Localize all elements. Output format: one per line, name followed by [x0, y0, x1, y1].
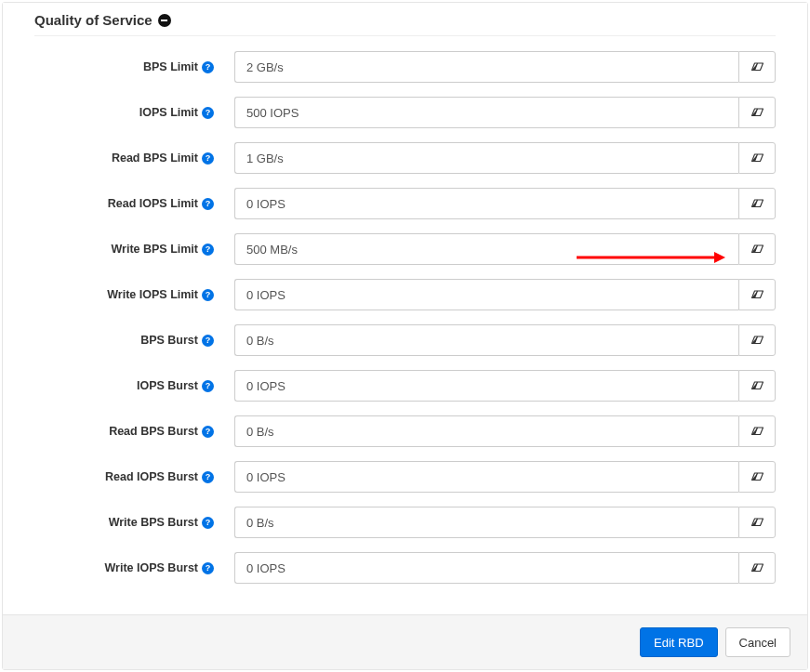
eraser-icon: [750, 427, 764, 437]
clear-button[interactable]: [738, 324, 776, 356]
clear-button[interactable]: [738, 51, 776, 83]
clear-button[interactable]: [738, 370, 776, 402]
field-row-write_bps_burst: Write BPS Burst: [34, 507, 776, 538]
eraser-icon: [750, 472, 764, 482]
field-row-read_iops_burst: Read IOPS Burst: [34, 461, 776, 493]
field-label: Write IOPS Limit: [34, 288, 234, 301]
write_iops_burst-input[interactable]: [234, 552, 738, 584]
edit-rbd-button[interactable]: Edit RBD: [640, 627, 717, 657]
field-label: Write IOPS Burst: [34, 561, 234, 574]
clear-button[interactable]: [738, 415, 776, 447]
bps_burst-input[interactable]: [234, 324, 738, 356]
read_iops_burst-input[interactable]: [234, 461, 738, 493]
read_bps_limit-input[interactable]: [234, 142, 738, 174]
help-icon[interactable]: [202, 61, 214, 73]
input-group: [234, 188, 776, 219]
input-group: [234, 142, 776, 174]
field-row-read_iops_limit: Read IOPS Limit: [34, 188, 776, 219]
clear-button[interactable]: [738, 507, 776, 538]
field-label-text: Read BPS Limit: [112, 152, 198, 165]
eraser-icon: [750, 381, 764, 391]
field-row-iops_limit: IOPS Limit: [34, 97, 776, 128]
iops_burst-input[interactable]: [234, 370, 738, 402]
field-label: BPS Limit: [34, 60, 234, 73]
eraser-icon: [750, 108, 764, 118]
iops_limit-input[interactable]: [234, 97, 738, 128]
input-group: [234, 97, 776, 128]
field-label-text: BPS Burst: [140, 334, 198, 347]
field-label-text: Write IOPS Limit: [107, 288, 198, 301]
clear-button[interactable]: [738, 142, 776, 174]
field-label-text: IOPS Burst: [137, 379, 198, 392]
eraser-icon: [750, 336, 764, 346]
field-row-read_bps_limit: Read BPS Limit: [34, 142, 776, 174]
help-icon[interactable]: [202, 152, 214, 165]
eraser-icon: [750, 244, 764, 255]
field-label: IOPS Burst: [34, 379, 234, 392]
bps_limit-input[interactable]: [234, 51, 738, 83]
input-group: [234, 552, 776, 584]
eraser-icon: [750, 518, 764, 528]
field-label-text: BPS Limit: [143, 60, 198, 73]
write_iops_limit-input[interactable]: [234, 279, 738, 310]
field-label: BPS Burst: [34, 334, 234, 347]
field-label-text: Read IOPS Burst: [105, 470, 198, 483]
clear-button[interactable]: [738, 279, 776, 310]
field-label-text: Read BPS Burst: [109, 425, 198, 438]
field-row-write_iops_burst: Write IOPS Burst: [34, 552, 776, 584]
help-icon[interactable]: [202, 562, 214, 574]
eraser-icon: [750, 153, 764, 164]
field-label: Read BPS Burst: [34, 425, 234, 438]
help-icon[interactable]: [202, 244, 214, 256]
field-label-text: IOPS Limit: [139, 106, 198, 119]
eraser-icon: [750, 62, 764, 72]
write_bps_limit-input[interactable]: [234, 233, 738, 265]
eraser-icon: [750, 563, 764, 573]
section-header[interactable]: Quality of Service: [34, 3, 776, 36]
eraser-icon: [750, 199, 764, 209]
help-icon[interactable]: [202, 289, 214, 301]
input-group: [234, 324, 776, 356]
clear-button[interactable]: [738, 97, 776, 128]
field-label-text: Write IOPS Burst: [105, 561, 198, 574]
input-group: [234, 461, 776, 493]
panel-body: Quality of Service BPS LimitIOPS LimitRe…: [3, 3, 807, 614]
input-group: [234, 370, 776, 402]
field-row-iops_burst: IOPS Burst: [34, 370, 776, 402]
qos-panel: Quality of Service BPS LimitIOPS LimitRe…: [2, 2, 808, 670]
field-label: Read IOPS Limit: [34, 197, 234, 210]
field-label: IOPS Limit: [34, 106, 234, 119]
collapse-minus-icon[interactable]: [158, 14, 171, 27]
help-icon[interactable]: [202, 426, 214, 438]
clear-button[interactable]: [738, 188, 776, 219]
cancel-button[interactable]: Cancel: [725, 627, 790, 657]
panel-footer: Edit RBD Cancel: [3, 614, 807, 669]
input-group: [234, 233, 776, 265]
write_bps_burst-input[interactable]: [234, 507, 738, 538]
field-label: Read BPS Limit: [34, 152, 234, 165]
read_bps_burst-input[interactable]: [234, 415, 738, 447]
clear-button[interactable]: [738, 233, 776, 265]
clear-button[interactable]: [738, 552, 776, 584]
help-icon[interactable]: [202, 380, 214, 392]
field-row-bps_limit: BPS Limit: [34, 51, 776, 83]
help-icon[interactable]: [202, 107, 214, 119]
help-icon[interactable]: [202, 471, 214, 483]
eraser-icon: [750, 290, 764, 300]
field-row-write_bps_limit: Write BPS Limit: [34, 233, 776, 265]
fields-container: BPS LimitIOPS LimitRead BPS LimitRead IO…: [34, 51, 776, 584]
field-label: Read IOPS Burst: [34, 470, 234, 483]
input-group: [234, 279, 776, 310]
read_iops_limit-input[interactable]: [234, 188, 738, 219]
field-label: Write BPS Burst: [34, 516, 234, 529]
help-icon[interactable]: [202, 198, 214, 210]
input-group: [234, 415, 776, 447]
field-label-text: Write BPS Burst: [109, 516, 198, 529]
clear-button[interactable]: [738, 461, 776, 493]
help-icon[interactable]: [202, 517, 214, 529]
field-row-write_iops_limit: Write IOPS Limit: [34, 279, 776, 310]
field-row-bps_burst: BPS Burst: [34, 324, 776, 356]
input-group: [234, 507, 776, 538]
help-icon[interactable]: [202, 335, 214, 347]
field-label-text: Write BPS Limit: [111, 243, 198, 256]
